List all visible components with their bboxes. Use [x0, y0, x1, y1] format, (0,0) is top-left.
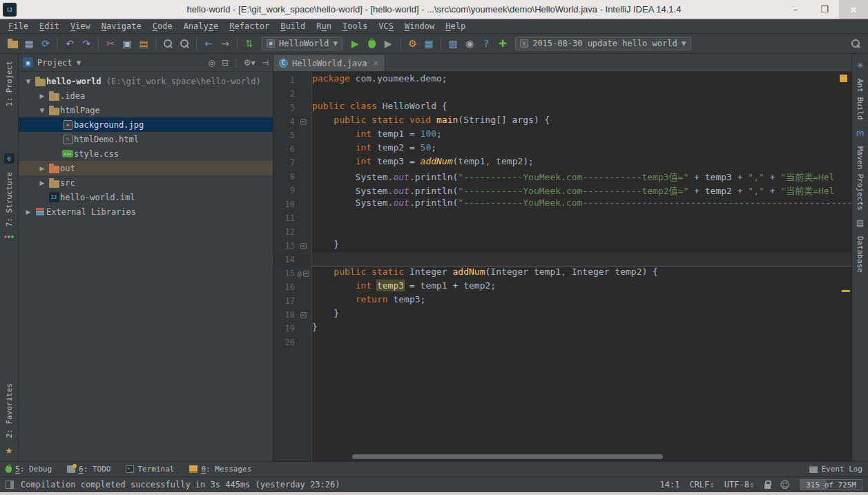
- code-line-10: System.out.println("-----------YouMeek.c…: [312, 197, 851, 211]
- menu-code[interactable]: Code: [147, 21, 178, 31]
- intellij-idea-window: IJ hello-world - [E:\git_work_space\hell…: [0, 0, 868, 495]
- toggle-toolwindows-icon[interactable]: [6, 481, 14, 489]
- fold-icon[interactable]: −: [300, 119, 307, 125]
- toolwin-debug[interactable]: 5: Debug: [6, 465, 52, 474]
- sidebar-tab-project[interactable]: 1: Project: [3, 57, 15, 110]
- run-config-combo[interactable]: ▦HelloWorld▼: [262, 37, 343, 50]
- fold-icon[interactable]: −: [300, 243, 307, 249]
- lock-icon[interactable]: [764, 484, 771, 489]
- toolwin-messages[interactable]: 0: Messages: [189, 465, 251, 474]
- tree-item-external-libraries[interactable]: ▶External Libraries: [19, 204, 273, 219]
- tab-database[interactable]: Database: [854, 232, 866, 277]
- editor-tab-helloworld[interactable]: C HelloWorld.java ×: [273, 55, 385, 71]
- toolwin-terminal[interactable]: >_Terminal: [126, 465, 174, 474]
- back-icon[interactable]: ←: [200, 36, 217, 51]
- open-project-icon[interactable]: [4, 36, 21, 51]
- horizontal-scrollbar[interactable]: [352, 454, 663, 459]
- memory-indicator[interactable]: 315 of 725M: [800, 479, 862, 490]
- sort-lines-icon[interactable]: ⇅: [241, 36, 258, 51]
- tree-item-label: .idea: [60, 91, 85, 101]
- menu-vcs[interactable]: VCS: [373, 21, 399, 31]
- hector-inspection-icon[interactable]: ☺: [780, 479, 791, 490]
- annotation-gutter-icon[interactable]: @: [297, 270, 301, 278]
- tree-collapsed-arrow-icon[interactable]: ▶: [37, 93, 48, 99]
- warning-stripe-marker[interactable]: [840, 75, 847, 82]
- code-area[interactable]: package com.youmeek.demo;public class He…: [312, 72, 851, 461]
- menu-refactor[interactable]: Refactor: [224, 21, 275, 31]
- caret-position-widget[interactable]: 14:1: [660, 480, 680, 489]
- toolwin-todo[interactable]: 6: TODO: [67, 465, 110, 474]
- toolwin-terminal-icon: >_: [126, 465, 134, 473]
- tree-item-style-css[interactable]: cssstyle.css: [19, 146, 273, 161]
- settings-icon[interactable]: ⚙: [404, 36, 421, 51]
- gear-icon[interactable]: ⚙▾: [244, 58, 255, 68]
- paste-icon[interactable]: ▤: [135, 36, 152, 51]
- debug-icon[interactable]: [363, 36, 380, 51]
- close-button[interactable]: ×: [839, 0, 868, 19]
- replace-icon[interactable]: [176, 36, 193, 51]
- tab-ant-build[interactable]: Ant Build: [854, 75, 866, 124]
- sidebar-tab-structure[interactable]: 7: Structure: [3, 168, 15, 231]
- menu-edit[interactable]: Edit: [34, 21, 65, 31]
- menu-help[interactable]: Help: [440, 21, 471, 31]
- menu-tools[interactable]: Tools: [337, 21, 373, 31]
- menu-analyze[interactable]: Analyze: [178, 21, 224, 31]
- search-everywhere-icon[interactable]: [847, 36, 864, 51]
- encoding-widget[interactable]: UTF-8⇕: [724, 480, 755, 489]
- project-structure-icon[interactable]: ▦: [421, 36, 437, 51]
- tree-collapsed-arrow-icon[interactable]: ▶: [37, 179, 48, 186]
- menu-run[interactable]: Run: [311, 21, 337, 31]
- redo-icon[interactable]: ↷: [78, 36, 95, 51]
- code-editor[interactable]: 1234−5678910111213−1415@−161718−1920 pac…: [273, 72, 851, 461]
- synchronize-icon[interactable]: ⟳: [37, 36, 54, 51]
- tree-item--idea[interactable]: ▶.idea: [19, 88, 273, 103]
- chevron-down-icon[interactable]: ▼: [77, 59, 81, 66]
- tree-expanded-arrow-icon[interactable]: ▼: [37, 107, 48, 114]
- menu-file[interactable]: File: [3, 21, 34, 31]
- undo-icon[interactable]: ↶: [61, 36, 78, 51]
- android-device-icon[interactable]: ◉: [461, 36, 478, 51]
- minimize-button[interactable]: –: [781, 0, 810, 19]
- run-config-combo-icon: ▦: [267, 39, 275, 48]
- run-icon[interactable]: ▶: [347, 36, 363, 51]
- fold-icon[interactable]: −: [300, 312, 307, 318]
- menu-build[interactable]: Build: [275, 21, 311, 31]
- line-ending-widget[interactable]: CRLF⇕: [689, 480, 714, 489]
- menu-view[interactable]: View: [65, 21, 96, 31]
- tree-item-htmlpage[interactable]: ▼htmlPage: [19, 103, 273, 117]
- hide-panel-icon[interactable]: ⊣: [262, 58, 269, 68]
- sidebar-tab-favorites[interactable]: 2: Favorites: [3, 379, 15, 442]
- coverage-icon[interactable]: ▶: [380, 36, 396, 51]
- help-icon[interactable]: ?: [478, 36, 494, 51]
- tree-collapsed-arrow-icon[interactable]: ▶: [37, 165, 48, 172]
- tree-item-out[interactable]: ▶out: [19, 161, 273, 175]
- save-all-icon[interactable]: ▦: [21, 36, 37, 51]
- identifier-stripe-marker[interactable]: [842, 290, 850, 292]
- locate-file-icon[interactable]: ◎: [208, 58, 215, 68]
- find-icon[interactable]: [160, 36, 176, 51]
- close-tab-icon[interactable]: ×: [372, 59, 378, 68]
- vcs-update-combo[interactable]: ▯2015-08-30 update hello world▼: [515, 37, 691, 50]
- tree-item-background-jpg[interactable]: ▪background.jpg: [19, 117, 273, 132]
- menu-navigate[interactable]: Navigate: [96, 21, 147, 31]
- copy-icon[interactable]: ▣: [119, 36, 135, 51]
- tree-collapsed-arrow-icon[interactable]: ▶: [23, 208, 34, 215]
- tab-maven-projects[interactable]: Maven Projects: [854, 142, 866, 215]
- tree-item-htmldemo-html[interactable]: hhtmlDemo.html: [19, 132, 273, 146]
- collapse-all-icon[interactable]: ⊟: [222, 58, 229, 68]
- menu-window[interactable]: Window: [399, 21, 440, 31]
- tree-item-src[interactable]: ▶src: [19, 175, 273, 190]
- tree-item-hello-world-iml[interactable]: IJhello-world.iml: [19, 190, 273, 204]
- fold-icon[interactable]: −: [303, 271, 309, 277]
- avd-manager-icon[interactable]: ▥: [445, 36, 461, 51]
- gutter-line-3: 3: [273, 101, 311, 115]
- tree-item-hello-world[interactable]: ▼hello-world (E:\git_work_space\hello-wo…: [19, 74, 273, 88]
- toolwin-event-log[interactable]: Event Log: [809, 465, 862, 474]
- maximize-button[interactable]: ❒: [810, 0, 839, 19]
- toolbar-separator: [400, 37, 401, 50]
- tree-expanded-arrow-icon[interactable]: ▼: [23, 78, 34, 85]
- project-panel-title[interactable]: Project: [37, 58, 73, 68]
- install-plugin-icon[interactable]: ✚: [494, 36, 511, 51]
- cut-icon[interactable]: ✂: [102, 36, 119, 51]
- forward-icon[interactable]: →: [217, 36, 233, 51]
